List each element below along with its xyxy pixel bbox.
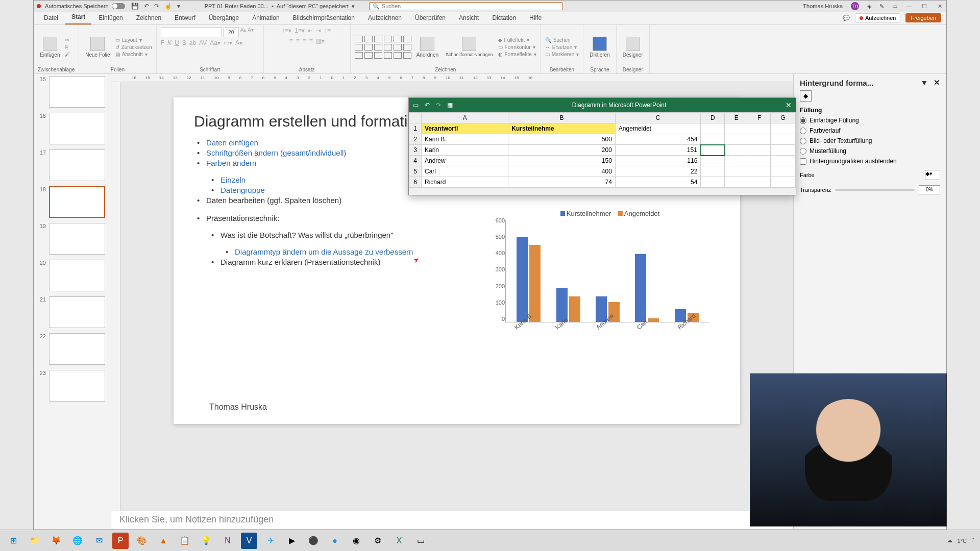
thumbnail-20[interactable]: 20 [37, 260, 108, 291]
filename-area[interactable]: PPT 01 Roter Faden 00... • Auf "diesem P… [205, 3, 355, 10]
firefox-icon[interactable]: 🦊 [48, 533, 64, 549]
bullets-button[interactable]: ⁝≡▾ [283, 27, 291, 34]
strike-button[interactable]: S [182, 39, 186, 46]
pen-icon[interactable]: ✎ [879, 3, 884, 10]
chart[interactable]: Kursteilnehmer Angemeldet 60050040030020… [505, 210, 709, 358]
tab-uebergaenge[interactable]: Übergänge [203, 12, 245, 24]
thumbnail-19[interactable]: 19 [37, 223, 108, 255]
tab-datei[interactable]: Datei [38, 12, 64, 24]
shadow-button[interactable]: ab [189, 39, 196, 46]
thumbnail-22[interactable]: 22 [37, 333, 108, 365]
thumbnail-21[interactable]: 21 [37, 296, 108, 328]
app-icon-4[interactable]: V [241, 533, 257, 549]
search-input[interactable]: 🔍 Suchen [369, 2, 563, 10]
settings-icon[interactable]: ⚙ [370, 533, 386, 549]
pane-options-icon[interactable]: ▾ [922, 78, 926, 87]
ds-redo-icon[interactable]: ↷ [436, 102, 441, 109]
cut-button[interactable]: ✂ [65, 37, 70, 43]
user-name[interactable]: Thomas Hruska [803, 3, 843, 9]
obs-icon[interactable]: ⚫ [305, 533, 322, 549]
start-button[interactable]: ⊞ [5, 533, 21, 549]
decrease-font-icon[interactable]: A▾ [248, 27, 254, 37]
diamond-icon[interactable]: ◈ [867, 3, 871, 10]
slide-canvas[interactable]: Diagramm erstellen und formatieren Daten… [174, 97, 740, 424]
tab-entwurf[interactable]: Entwurf [168, 12, 202, 24]
underline-button[interactable]: U [175, 39, 179, 46]
opt-solid-fill[interactable]: Einfarbige Füllung [800, 117, 940, 124]
window-icon[interactable]: ▭ [892, 3, 897, 10]
align-center-button[interactable]: ≡ [296, 37, 300, 44]
transparency-slider[interactable] [835, 189, 915, 191]
datasheet-close-button[interactable]: ✕ [786, 101, 792, 109]
opt-picture-fill[interactable]: Bild- oder Texturfüllung [800, 137, 940, 144]
thumbnail-panel[interactable]: 15 16 17 18 19 20 21 22 23 [34, 74, 111, 529]
explorer-icon[interactable]: 📁 [27, 533, 43, 549]
maximize-button[interactable]: ☐ [921, 3, 928, 10]
redo-icon[interactable]: ↷ [154, 3, 159, 10]
thumbnail-17[interactable]: 17 [37, 149, 108, 181]
avatar[interactable]: TH [851, 2, 859, 10]
tab-dictation[interactable]: Dictation [486, 12, 522, 24]
app-icon-1[interactable]: 🎨 [134, 533, 150, 549]
notes-pane[interactable]: Klicken Sie, um Notizen hinzuzufügen [111, 511, 793, 529]
font-size-select[interactable]: 20 [224, 27, 239, 37]
thumbnail-18[interactable]: 18 [37, 186, 108, 218]
chrome-icon[interactable]: 🌐 [69, 533, 86, 549]
thumbnail-23[interactable]: 23 [37, 370, 108, 402]
powerpoint-icon[interactable]: P [112, 533, 129, 549]
close-button[interactable]: ✕ [936, 3, 943, 10]
weather-temp[interactable]: 1°C [958, 538, 967, 544]
italic-button[interactable]: K [167, 39, 172, 46]
justify-button[interactable]: ≡ [309, 37, 313, 44]
format-painter-button[interactable]: 🖌 [65, 52, 70, 57]
shapes-gallery[interactable] [355, 36, 411, 59]
app-icon-8[interactable]: ▭ [412, 533, 429, 549]
tab-ansicht[interactable]: Ansicht [453, 12, 485, 24]
share-button[interactable]: Freigeben [905, 13, 941, 22]
selected-cell[interactable] [701, 145, 725, 156]
vlc-icon[interactable]: ▲ [155, 533, 172, 549]
font-family-select[interactable] [161, 27, 222, 37]
tab-ueberpruefen[interactable]: Überprüfen [409, 12, 452, 24]
touch-mode-icon[interactable]: ☝ [164, 3, 172, 10]
opt-pattern-fill[interactable]: Musterfüllung [800, 147, 940, 155]
indent-dec-button[interactable]: ⇤ [308, 27, 313, 34]
dictate-button[interactable]: Diktieren [587, 36, 611, 59]
indent-inc-button[interactable]: ⇥ [316, 27, 321, 34]
new-slide-button[interactable]: Neue Folie [83, 36, 112, 59]
case-button[interactable]: Aa▾ [210, 39, 220, 46]
align-left-button[interactable]: ≡ [289, 37, 293, 44]
shape-fill-button[interactable]: ◆ Fülleffekt ▾ [498, 37, 536, 43]
app-icon-2[interactable]: 📋 [177, 533, 193, 549]
reset-button[interactable]: ↺ Zurücksetzen [115, 44, 152, 50]
tab-aufzeichnen[interactable]: Aufzeichnen [362, 12, 408, 24]
layout-button[interactable]: ▭ Layout ▾ [115, 37, 152, 43]
onenote-icon[interactable]: N [219, 533, 236, 549]
bullet[interactable]: Daten bearbeiten (ggf. Spalten löschen) [194, 196, 720, 205]
tab-animation[interactable]: Animation [246, 12, 285, 24]
select-button[interactable]: ▭ Markieren ▾ [545, 52, 579, 57]
toggle-switch[interactable] [112, 3, 125, 9]
quick-styles-button[interactable]: Schnellformat-vorlagen [444, 36, 495, 58]
columns-button[interactable]: ▥▾ [316, 37, 325, 44]
replace-button[interactable]: ↔ Ersetzen ▾ [545, 44, 579, 50]
ds-save-icon[interactable]: ▭ [413, 102, 419, 109]
weather-icon[interactable]: ☁ [947, 537, 952, 544]
transparency-value[interactable]: 0% [919, 185, 940, 194]
taskbar[interactable]: ⊞ 📁 🦊 🌐 ✉ P 🎨 ▲ 📋 💡 N V ✈ ▶ ⚫ ● ◉ ⚙ X ▭ … [0, 530, 980, 551]
tab-bildschirm[interactable]: Bildschirmpräsentation [287, 12, 361, 24]
save-icon[interactable]: 💾 [131, 3, 139, 10]
shape-effects-button[interactable]: ◐ Formeffekte ▾ [498, 52, 536, 57]
font-color-button[interactable]: A▾ [235, 39, 242, 46]
fill-tab-icon[interactable]: ◆ [800, 90, 812, 102]
highlight-button[interactable]: ▭▾ [224, 39, 232, 46]
thumbnail-16[interactable]: 16 [37, 113, 108, 144]
outlook-icon[interactable]: ✉ [91, 533, 107, 549]
tab-zeichnen[interactable]: Zeichnen [130, 12, 167, 24]
comments-icon[interactable]: 💬 [843, 15, 850, 21]
designer-button[interactable]: Designer [621, 36, 645, 59]
tray-chevron-icon[interactable]: ˄ [972, 537, 975, 544]
undo-icon[interactable]: ↶ [144, 3, 149, 10]
line-spacing-button[interactable]: ↕≡ [324, 27, 331, 34]
chart-data-window[interactable]: ▭ ↶ ↷ ▦ Diagramm in Microsoft PowerPoint… [408, 97, 796, 195]
